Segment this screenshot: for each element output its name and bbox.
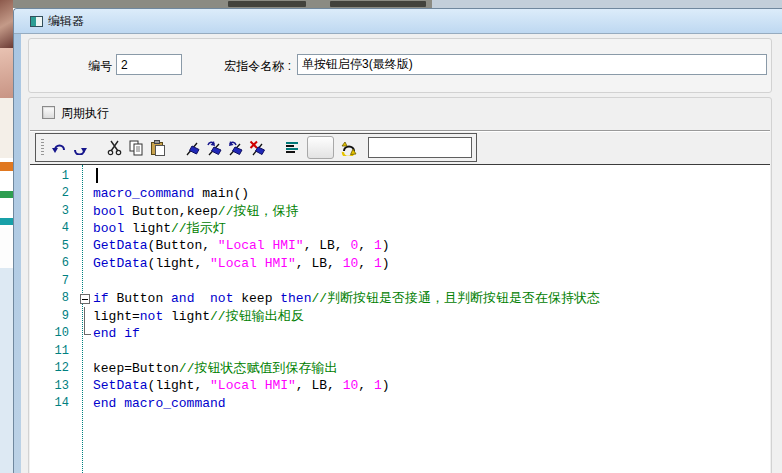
line-number: 4 <box>30 221 77 235</box>
macro-name-label: 宏指令名称 : <box>197 58 291 75</box>
fold-marker[interactable] <box>77 237 93 255</box>
line-number: 13 <box>30 379 77 393</box>
toolbar <box>35 133 477 162</box>
desktop-background-fragment <box>0 176 13 188</box>
desktop-background-fragment <box>330 1 426 7</box>
desktop-background-fragment <box>0 0 13 48</box>
fold-marker[interactable] <box>77 185 93 203</box>
redo-icon <box>71 140 89 155</box>
code-text[interactable]: bool light//指示灯 <box>93 219 226 237</box>
dialog-client-area: 编号 : 宏指令名称 : 周期执行 <box>21 34 782 473</box>
line-number: 9 <box>30 309 77 323</box>
goto-line-button[interactable] <box>281 136 303 160</box>
code-line[interactable]: 6 GetData(light, "Local HMI", LB, 10, 1) <box>30 255 770 273</box>
code-editor[interactable]: 1 2 macro_command main() 3 bool Button,k… <box>30 164 770 473</box>
paste-button[interactable] <box>147 136 169 160</box>
code-text[interactable] <box>93 168 98 184</box>
copy-icon <box>128 140 144 156</box>
fold-marker[interactable] <box>77 272 93 290</box>
fold-marker[interactable] <box>77 290 93 308</box>
code-line[interactable]: 13 SetData(light, "Local HMI", LB, 10, 1… <box>30 377 770 395</box>
fold-marker[interactable] <box>77 307 93 325</box>
code-line[interactable]: 14 end macro_command <box>30 395 770 413</box>
line-number: 10 <box>30 326 77 340</box>
desktop-background-fragment <box>0 98 13 158</box>
code-text[interactable]: bool Button,keep//按钮，保持 <box>93 202 298 220</box>
redo-button[interactable] <box>69 136 91 160</box>
cut-scissors-icon <box>107 140 122 156</box>
code-text[interactable]: GetData(light, "Local HMI", LB, 10, 1) <box>93 256 390 271</box>
code-line[interactable]: 1 <box>30 167 770 185</box>
next-bookmark-flag-icon <box>206 140 223 156</box>
line-number: 8 <box>30 291 77 305</box>
code-text[interactable]: if Button and not keep then//判断按钮是否接通，且判… <box>93 289 600 307</box>
code-line[interactable]: 2 macro_command main() <box>30 185 770 203</box>
clear-bookmarks-flag-icon <box>249 140 266 156</box>
fold-marker[interactable] <box>77 167 93 185</box>
code-line[interactable]: 4 bool light//指示灯 <box>30 220 770 238</box>
line-number: 5 <box>30 239 77 253</box>
fold-marker[interactable] <box>77 360 93 378</box>
code-text[interactable]: light=not light//按钮输出相反 <box>93 307 304 325</box>
replace-icon <box>340 140 358 156</box>
fold-marker[interactable] <box>77 342 93 360</box>
fold-marker[interactable] <box>77 255 93 273</box>
code-text[interactable]: GetData(Button, "Local HMI", LB, 0, 1) <box>93 238 390 253</box>
clear-bookmarks-button[interactable] <box>247 136 269 160</box>
code-line[interactable]: 10 end if <box>30 325 770 343</box>
fold-marker[interactable] <box>77 377 93 395</box>
desktop-background-fragment <box>0 202 13 214</box>
line-number: 7 <box>30 274 77 288</box>
desktop-background-fragment <box>228 1 306 7</box>
cut-button[interactable] <box>104 136 126 160</box>
undo-icon <box>50 140 68 155</box>
search-input[interactable] <box>368 137 472 158</box>
line-number: 3 <box>30 204 77 218</box>
macro-editor-dialog: 编辑器 编号 : 宏指令名称 : 周期执行 <box>13 8 782 473</box>
desktop-background-fragment <box>0 188 13 202</box>
bookmark-flag-icon <box>184 140 201 156</box>
code-line[interactable]: 11 <box>30 342 770 360</box>
blank-toolbar-button[interactable] <box>307 136 334 159</box>
fold-marker[interactable] <box>77 325 93 343</box>
periodic-execution-checkbox[interactable] <box>42 106 55 119</box>
undo-button[interactable] <box>48 136 70 160</box>
macro-name-input[interactable] <box>297 54 767 75</box>
code-line[interactable]: 12 keep=Button//按钮状态赋值到保存输出 <box>30 360 770 378</box>
line-number: 6 <box>30 256 77 270</box>
code-line[interactable]: 7 <box>30 272 770 290</box>
paste-clipboard-icon <box>150 140 166 156</box>
toggle-bookmark-button[interactable] <box>182 136 204 160</box>
code-line[interactable]: 9 light=not light//按钮输出相反 <box>30 307 770 325</box>
desktop-background-fragment <box>432 0 782 8</box>
desktop-background-fragment <box>0 228 13 268</box>
desktop-background-fragment <box>0 158 13 176</box>
next-bookmark-button[interactable] <box>203 136 225 160</box>
code-line[interactable]: 8 if Button and not keep then//判断按钮是否接通，… <box>30 290 770 308</box>
fold-marker[interactable] <box>77 202 93 220</box>
code-text[interactable]: SetData(light, "Local HMI", LB, 10, 1) <box>93 378 390 393</box>
previous-bookmark-flag-icon <box>227 140 244 156</box>
line-number: 2 <box>30 186 77 200</box>
code-line[interactable]: 3 bool Button,keep//按钮，保持 <box>30 202 770 220</box>
code-line[interactable]: 5 GetData(Button, "Local HMI", LB, 0, 1) <box>30 237 770 255</box>
replace-button[interactable] <box>338 136 360 160</box>
code-text[interactable]: end macro_command <box>93 396 226 411</box>
macro-number-input[interactable] <box>116 54 182 75</box>
line-number: 12 <box>30 361 77 375</box>
goto-line-icon <box>285 141 300 155</box>
code-area: 1 2 macro_command main() 3 bool Button,k… <box>30 167 770 412</box>
macro-info-group: 编号 : 宏指令名称 : <box>28 38 772 93</box>
code-text[interactable]: keep=Button//按钮状态赋值到保存输出 <box>93 359 337 377</box>
editor-app-icon <box>30 16 43 27</box>
titlebar[interactable]: 编辑器 <box>14 9 782 34</box>
code-text[interactable]: macro_command main() <box>93 186 249 201</box>
copy-button[interactable] <box>126 136 148 160</box>
previous-bookmark-button[interactable] <box>225 136 247 160</box>
macro-number-label: 编号 : <box>49 58 119 75</box>
code-text[interactable]: end if <box>93 326 140 341</box>
desktop-background-fragment <box>0 0 782 8</box>
toolbar-grip-handle[interactable] <box>41 139 44 157</box>
fold-marker[interactable] <box>77 395 93 413</box>
fold-marker[interactable] <box>77 220 93 238</box>
